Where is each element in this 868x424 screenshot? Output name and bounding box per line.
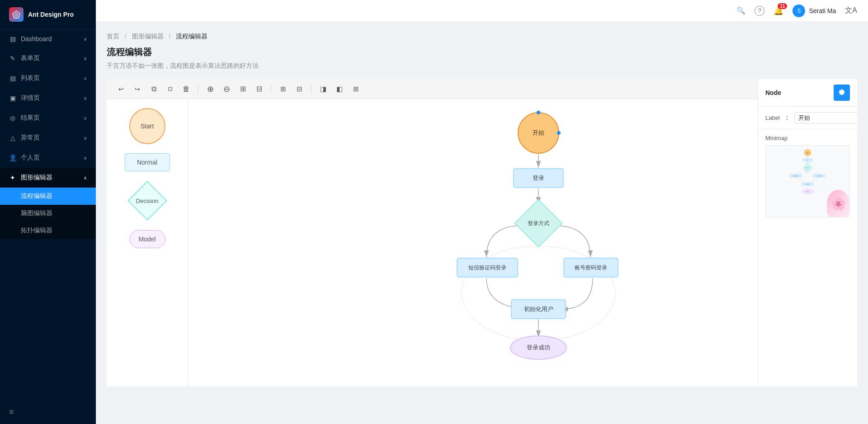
normal-shape: Normal — [125, 153, 170, 171]
sub-item-label: 拓扑编辑器 — [21, 226, 52, 235]
chevron-down-icon: ∨ — [84, 37, 87, 42]
send-back-button[interactable]: ◧ — [332, 82, 347, 96]
sidebar-item-mind-editor[interactable]: 脑图编辑器 — [0, 205, 96, 222]
sidebar-item-detail[interactable]: ▣ 详情页 ∨ — [0, 88, 96, 108]
svg-line-23 — [811, 178, 819, 183]
align-button[interactable]: ⊞ — [349, 82, 363, 96]
svg-text:初始化用户: 初始化用户 — [806, 184, 810, 185]
notification-count: 11 — [778, 3, 787, 9]
node-login-label: 登录 — [533, 174, 544, 181]
sidebar-item-graph-editor[interactable]: ✦ 图形编辑器 ∧ — [0, 168, 96, 188]
minimap-container: 开始 登录 登录方式 短信验证码登录 账号密码登录 — [765, 145, 850, 217]
decision-shape: Decision — [127, 181, 167, 221]
chevron-up-icon: ∧ — [84, 175, 87, 180]
result-icon: ◎ — [9, 114, 16, 122]
node-method-label: 登录方式 — [528, 220, 549, 226]
arrow-method-account — [554, 226, 590, 257]
shape-palette: Start Normal Decision — [107, 99, 188, 386]
page-description: 千言万语不如一张图，流程图是表示算法思路的好方法 — [107, 62, 857, 70]
dashboard-icon: ▤ — [9, 35, 16, 42]
help-icon[interactable]: ? — [755, 6, 764, 16]
undo-button[interactable]: ↩ — [114, 82, 128, 96]
chevron-down-icon: ∨ — [84, 155, 87, 160]
zoom-out-button[interactable]: ⊖ — [219, 82, 234, 96]
sidebar-item-result[interactable]: ◎ 结果页 ∨ — [0, 108, 96, 128]
svg-line-20 — [796, 172, 802, 174]
chevron-down-icon: ∨ — [84, 76, 87, 81]
sidebar-item-label: 图形编辑器 — [21, 174, 79, 182]
main-area: 🔍 ? 🔔 11 S Serati Ma 文A 首页 / 图形编辑器 / 流程编… — [96, 0, 868, 424]
sidebar-item-dashboard[interactable]: ▤ Dashboard ∨ — [0, 29, 96, 48]
notification-bell[interactable]: 🔔 11 — [774, 6, 783, 16]
chevron-down-icon: ∨ — [84, 136, 87, 141]
fit-button[interactable]: ⊞ — [236, 82, 250, 96]
sidebar-item-label: 异常页 — [21, 134, 79, 142]
sidebar-item-label: Dashboard — [21, 35, 79, 42]
flow-editor-container: ↩ ↪ ⧉ ⊡ 🗑 ⊕ ⊖ ⊞ ⊟ ⊞ ⊟ ◨ ◧ ⊞ — [107, 79, 857, 386]
panel-title: Node — [765, 89, 781, 96]
label-field-input[interactable] — [794, 112, 857, 123]
svg-text:登录: 登录 — [807, 160, 809, 161]
user-name: Serati Ma — [809, 7, 836, 14]
app-name: Ant Design Pro — [28, 11, 74, 18]
minimap-title: Minimap — [765, 135, 850, 141]
sidebar-item-topo-editor[interactable]: 拓扑编辑器 — [0, 222, 96, 239]
sidebar-item-label: 列表页 — [21, 74, 79, 82]
svg-line-22 — [796, 178, 804, 183]
search-icon[interactable]: 🔍 — [736, 6, 745, 15]
delete-button[interactable]: 🗑 — [179, 82, 193, 96]
exception-icon: △ — [9, 134, 16, 141]
layout-button[interactable]: ⊟ — [252, 82, 266, 96]
detail-icon: ▣ — [9, 94, 16, 102]
minimap-section: Minimap 开始 登录 登录方式 — [758, 129, 857, 223]
chevron-down-icon: ∨ — [84, 116, 87, 121]
ungroup-button[interactable]: ⊟ — [292, 82, 307, 96]
canvas-area[interactable]: 开始 登录 登录方式 短信验证码登录 — [188, 99, 758, 386]
breadcrumb-parent[interactable]: 图形编辑器 — [132, 33, 164, 40]
bring-front-button[interactable]: ◨ — [316, 82, 330, 96]
group-button[interactable]: ⊞ — [276, 82, 290, 96]
sidebar-item-label: 个人页 — [21, 154, 79, 162]
sidebar: Ant Design Pro ▤ Dashboard ∨ ✎ 表单页 ∨ ▤ 列… — [0, 0, 96, 424]
paste-button[interactable]: ⊡ — [163, 82, 177, 96]
zoom-in-button[interactable]: ⊕ — [203, 82, 217, 96]
personal-icon: 👤 — [9, 154, 16, 161]
breadcrumb-home[interactable]: 首页 — [107, 33, 119, 40]
node-account-label: 账号密码登录 — [575, 264, 607, 271]
sidebar-item-flow-editor[interactable]: 流程编辑器 — [0, 188, 96, 205]
sidebar-item-label: 表单页 — [21, 54, 79, 62]
breadcrumb-current: 流程编辑器 — [176, 33, 208, 40]
avatar: S — [793, 5, 805, 17]
svg-marker-1 — [14, 12, 19, 17]
toolbar-separator-1 — [198, 85, 198, 94]
svg-text:登录成功: 登录成功 — [806, 191, 810, 192]
chevron-down-icon: ∨ — [84, 56, 87, 61]
editor-toolbar: ↩ ↪ ⧉ ⊡ 🗑 ⊕ ⊖ ⊞ ⊟ ⊞ ⊟ ◨ ◧ ⊞ — [107, 79, 758, 99]
handle-top[interactable] — [537, 111, 540, 114]
panel-header: Node — [758, 79, 857, 107]
model-shape: Model — [129, 230, 165, 248]
panel-settings-button[interactable] — [834, 85, 850, 101]
toolbar-separator-3 — [311, 85, 311, 94]
sidebar-collapse-button[interactable]: ≡ — [0, 400, 96, 424]
label-field: Label ： — [758, 107, 857, 129]
sidebar-item-form[interactable]: ✎ 表单页 ∨ — [0, 48, 96, 68]
decision-label: Decision — [136, 197, 159, 204]
user-menu[interactable]: S Serati Ma — [793, 5, 836, 17]
node-success-label: 登录成功 — [527, 344, 550, 351]
palette-item-model[interactable]: Model — [114, 230, 180, 248]
sidebar-item-exception[interactable]: △ 异常页 ∨ — [0, 128, 96, 148]
copy-button[interactable]: ⧉ — [146, 82, 161, 96]
handle-right[interactable] — [557, 131, 561, 135]
topbar: 🔍 ? 🔔 11 S Serati Ma 文A — [96, 0, 868, 22]
sidebar-logo[interactable]: Ant Design Pro — [0, 0, 96, 29]
palette-item-start[interactable]: Start — [114, 108, 180, 144]
svg-line-21 — [814, 172, 819, 174]
language-switch-icon[interactable]: 文A — [845, 6, 857, 15]
sidebar-item-list[interactable]: ▤ 列表页 ∨ — [0, 68, 96, 88]
model-label: Model — [138, 236, 156, 243]
sidebar-item-personal[interactable]: 👤 个人页 ∨ — [0, 148, 96, 168]
palette-item-normal[interactable]: Normal — [114, 153, 180, 171]
redo-button[interactable]: ↪ — [130, 82, 145, 96]
palette-item-decision[interactable]: Decision — [114, 180, 180, 221]
